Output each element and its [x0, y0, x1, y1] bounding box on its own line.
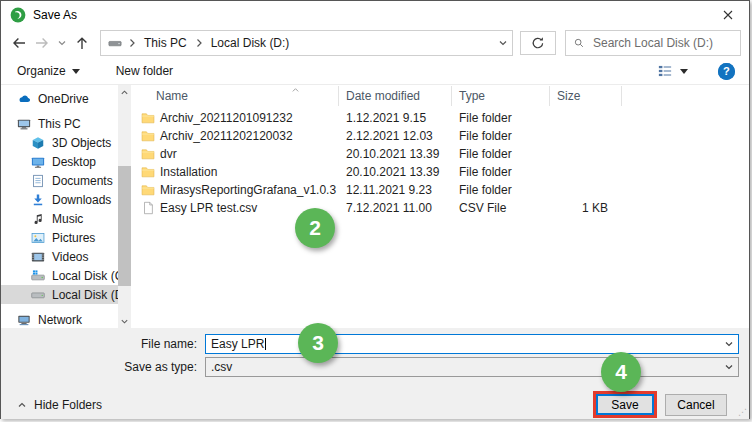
close-button[interactable]: [707, 1, 749, 28]
save-highlight-box: Save: [593, 391, 657, 418]
video-icon: [31, 250, 45, 264]
breadcrumb-this-pc[interactable]: This PC: [142, 36, 189, 50]
file-name-cell: MirasysReportingGrafana_v1.0.3: [131, 183, 339, 197]
scroll-up-icon[interactable]: [120, 85, 129, 99]
sidebar-item-label: Local Disk (C:): [52, 269, 118, 283]
command-toolbar: Organize New folder ?: [1, 58, 749, 85]
save-button[interactable]: Save: [596, 394, 654, 415]
type-cell: File folder: [452, 183, 550, 197]
organize-button[interactable]: Organize: [17, 64, 80, 78]
sidebar-item-label: Documents: [52, 174, 113, 188]
scrollbar-thumb[interactable]: [118, 166, 131, 286]
scroll-down-icon[interactable]: [120, 314, 129, 328]
file-row[interactable]: Installation20.10.2021 13.39File folder: [131, 163, 749, 181]
refresh-button[interactable]: [520, 31, 556, 55]
drive-icon: [108, 36, 122, 50]
sidebar-item-desktop[interactable]: Desktop: [1, 152, 118, 171]
csv-file-icon: [141, 201, 155, 215]
this-pc-icon: [17, 117, 31, 131]
column-header-size[interactable]: Size: [550, 86, 622, 106]
sidebar-item-music[interactable]: Music: [1, 209, 118, 228]
change-view-button[interactable]: [658, 64, 688, 78]
sidebar-item-label: Pictures: [52, 231, 95, 245]
music-icon: [31, 212, 45, 226]
folder-icon: [141, 183, 155, 197]
resize-grip[interactable]: ⋰: [738, 409, 747, 416]
file-row[interactable]: Archiv_202112010912321.12.2021 9.15File …: [131, 109, 749, 127]
search-input[interactable]: [591, 35, 736, 51]
file-row[interactable]: MirasysReportingGrafana_v1.0.312.11.2021…: [131, 181, 749, 199]
date-modified-cell: 20.10.2021 13.39: [339, 165, 452, 179]
file-name-value: Easy LPR: [211, 337, 264, 351]
type-cell: File folder: [452, 111, 550, 125]
title-bar: Save As: [1, 1, 749, 28]
annotation-step-3: 3: [298, 323, 338, 363]
app-icon: [10, 7, 26, 23]
sidebar-scrollbar[interactable]: [118, 85, 131, 328]
column-header-type[interactable]: Type: [452, 86, 550, 106]
sidebar-item-local-disk-c[interactable]: Local Disk (C:): [1, 266, 118, 285]
size-cell: 1 KB: [550, 201, 622, 215]
save-as-dialog: Save As This PC: [0, 0, 750, 419]
onedrive-icon: [17, 92, 31, 106]
sort-asc-icon: [291, 85, 300, 98]
search-box[interactable]: [565, 30, 741, 56]
cancel-button[interactable]: Cancel: [665, 394, 727, 416]
close-icon: [723, 10, 733, 20]
file-name-cell: Archiv_20211201091232: [131, 111, 339, 125]
sidebar-item-pictures[interactable]: Pictures: [1, 228, 118, 247]
file-row[interactable]: Archiv_202112021200322.12.2021 12.03File…: [131, 127, 749, 145]
folder-icon: [141, 165, 155, 179]
save-as-type-chevron-icon[interactable]: [724, 362, 734, 372]
type-cell: File folder: [452, 165, 550, 179]
date-modified-cell: 7.12.2021 11.00: [339, 201, 452, 215]
forward-button[interactable]: [34, 35, 50, 51]
sidebar-item-documents[interactable]: Documents: [1, 171, 118, 190]
date-modified-cell: 20.10.2021 13.39: [339, 147, 452, 161]
drive-icon: [31, 288, 45, 302]
document-icon: [31, 174, 45, 188]
search-icon: [574, 38, 584, 48]
text-cursor: [265, 338, 266, 350]
recent-locations-chevron-icon[interactable]: [57, 38, 67, 48]
sidebar-item-local-disk-d[interactable]: Local Disk (D:): [1, 285, 118, 304]
sidebar-item-this-pc[interactable]: This PC: [1, 114, 118, 133]
column-header-date-modified[interactable]: Date modified: [339, 86, 452, 106]
sidebar-item-3d-objects[interactable]: 3D Objects: [1, 133, 118, 152]
file-name-cell: Installation: [131, 165, 339, 179]
picture-icon: [31, 231, 45, 245]
network-icon: [17, 313, 31, 327]
sidebar-item-videos[interactable]: Videos: [1, 247, 118, 266]
sidebar-item-downloads[interactable]: Downloads: [1, 190, 118, 209]
address-bar[interactable]: This PC Local Disk (D:): [100, 30, 513, 56]
sidebar-item-label: Local Disk (D:): [52, 288, 118, 302]
help-button[interactable]: ?: [718, 63, 735, 80]
file-row[interactable]: Easy LPR test.csv7.12.2021 11.00CSV File…: [131, 199, 749, 217]
breadcrumb-current-location[interactable]: Local Disk (D:): [209, 36, 292, 50]
file-row[interactable]: dvr20.10.2021 13.39File folder: [131, 145, 749, 163]
date-modified-cell: 2.12.2021 12.03: [339, 129, 452, 143]
sidebar-item-label: Downloads: [52, 193, 111, 207]
new-folder-button[interactable]: New folder: [116, 64, 173, 78]
up-button[interactable]: [74, 35, 90, 51]
drive-windows-icon: [31, 269, 45, 283]
back-button[interactable]: [11, 35, 27, 51]
sidebar-item-onedrive[interactable]: OneDrive: [1, 89, 118, 108]
sidebar-item-label: Music: [52, 212, 83, 226]
file-name-input[interactable]: Easy LPR: [205, 334, 739, 354]
file-name-cell: Archiv_20211202120032: [131, 129, 339, 143]
hide-folders-button[interactable]: Hide Folders: [17, 398, 102, 412]
sidebar-item-label: Desktop: [52, 155, 96, 169]
sidebar-item-network[interactable]: Network: [1, 310, 118, 328]
annotation-step-2: 2: [295, 208, 335, 248]
column-header-name[interactable]: Name: [131, 86, 339, 106]
file-name-label: File name:: [1, 337, 205, 351]
scrollbar-track[interactable]: [118, 99, 131, 314]
file-name-dropdown-chevron-icon[interactable]: [724, 339, 734, 349]
save-as-type-select[interactable]: .csv: [205, 357, 739, 377]
main-area: OneDriveThis PC3D ObjectsDesktopDocument…: [1, 85, 749, 328]
cube-icon: [31, 136, 45, 150]
sidebar-item-label: This PC: [38, 117, 81, 131]
type-cell: CSV File: [452, 201, 550, 215]
address-dropdown-chevron-icon[interactable]: [498, 38, 508, 48]
